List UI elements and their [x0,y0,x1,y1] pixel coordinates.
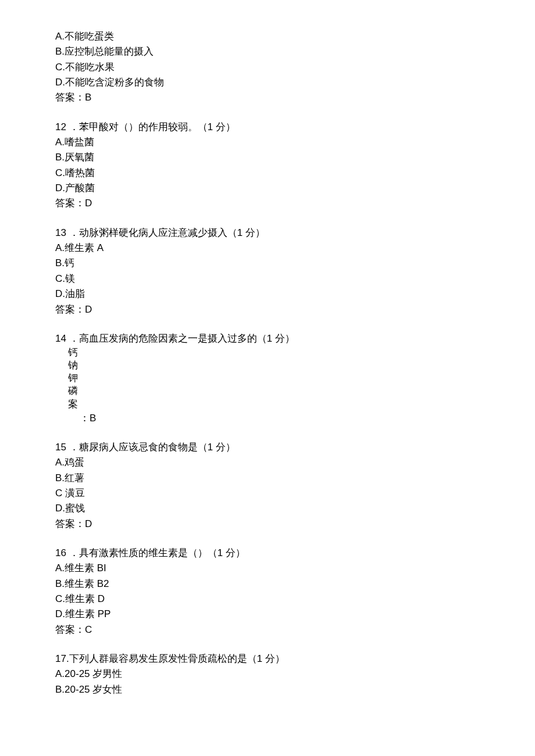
question-13: 13 ．动脉粥样硬化病人应注意减少摄入（1 分） A.维生素 A B.钙 C.镁… [55,225,483,317]
option-d: D.产酸菌 [55,181,483,196]
question-text: 14 ．高血压发病的危险因素之一是摄入过多的（1 分） [55,331,483,346]
option-d: D.蜜饯 [55,501,483,516]
vline: 磷 [68,385,483,397]
vline: 钙 [68,346,483,359]
option-b: B.钙 [55,256,483,271]
vline: 案 [68,398,483,411]
question-text: 15 ．糖尿病人应该忌食的食物是（1 分） [55,440,483,455]
option-d: D.维生素 PP [55,607,483,622]
question-text: 13 ．动脉粥样硬化病人应注意减少摄入（1 分） [55,225,483,241]
option-a: A.鸡蛋 [55,455,483,470]
option-a: A.嗜盐菌 [55,135,483,150]
option-a: A.20-25 岁男性 [55,667,483,682]
option-b: B.厌氧菌 [55,150,483,165]
question-text: 17.下列人群最容易发生原发性骨质疏松的是（1 分） [55,651,483,667]
question-17: 17.下列人群最容易发生原发性骨质疏松的是（1 分） A.20-25 岁男性 B… [55,651,483,697]
vline: 钾 [68,372,483,385]
question-text: 16 ．具有激素性质的维生素是（）（1 分） [55,546,483,561]
answer: 答案：D [55,196,483,211]
option-a: A.维生素 BI [55,561,483,576]
option-b: B.应控制总能量的摄入 [55,44,483,59]
vertical-options: 钙 钠 钾 磷 案 [55,346,483,410]
answer: 答案：C [55,622,483,637]
option-c: C.嗜热菌 [55,166,483,181]
option-a: A.不能吃蛋类 [55,29,483,44]
question-16: 16 ．具有激素性质的维生素是（）（1 分） A.维生素 BI B.维生素 B2… [55,546,483,637]
option-c: C.镁 [55,271,483,286]
option-c: C 潢豆 [55,486,483,501]
option-b: B.20-25 岁女性 [55,682,483,697]
option-c: C.维生素 D [55,592,483,607]
option-c: C.不能吃水果 [55,60,483,75]
question-14: 14 ．高血压发病的危险因素之一是摄入过多的（1 分） 钙 钠 钾 磷 案 ：B [55,331,483,426]
question-11-tail: A.不能吃蛋类 B.应控制总能量的摄入 C.不能吃水果 D.不能吃含淀粉多的食物… [55,29,483,106]
answer: 答案：B [55,90,483,105]
answer-tail: ：B [55,413,96,424]
option-d: D.油脂 [55,286,483,302]
question-text: 12 ．苯甲酸对（）的作用较弱。（1 分） [55,120,483,135]
vline: 钠 [68,359,483,372]
option-b: B.红薯 [55,471,483,486]
answer: 答案：D [55,517,483,532]
option-d: D.不能吃含淀粉多的食物 [55,75,483,90]
question-12: 12 ．苯甲酸对（）的作用较弱。（1 分） A.嗜盐菌 B.厌氧菌 C.嗜热菌 … [55,120,483,212]
option-b: B.维生素 B2 [55,576,483,592]
option-a: A.维生素 A [55,241,483,256]
question-15: 15 ．糖尿病人应该忌食的食物是（1 分） A.鸡蛋 B.红薯 C 潢豆 D.蜜… [55,440,483,532]
answer: 答案：D [55,302,483,317]
